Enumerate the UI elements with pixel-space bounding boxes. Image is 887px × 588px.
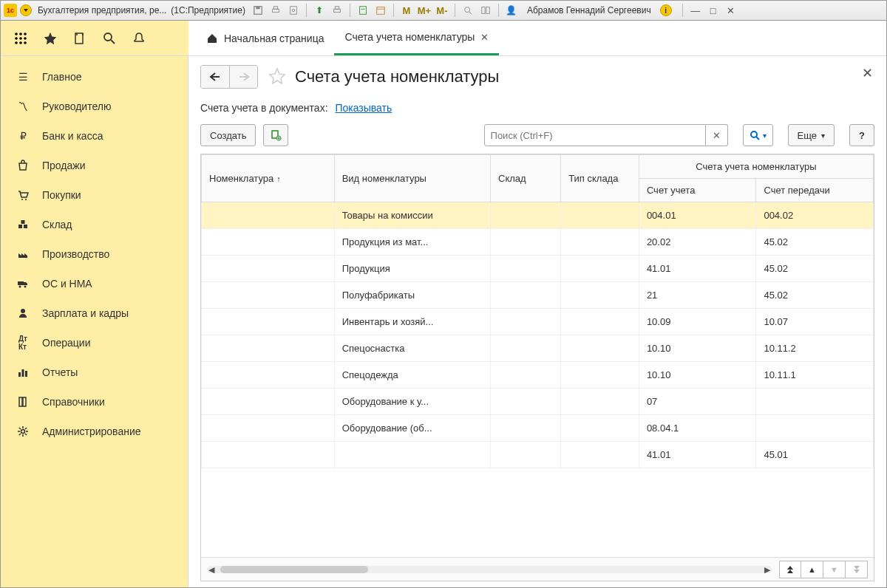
cell-warehouse — [491, 256, 561, 282]
sidebar-item-label: Главное — [42, 71, 82, 83]
page-up-button[interactable]: ▲ — [801, 561, 823, 578]
apps-grid-icon[interactable] — [13, 30, 29, 47]
page-header: Счета учета номенклатуры ✕ — [200, 65, 874, 89]
cell-account: 41.01 — [639, 442, 756, 468]
gear-icon — [14, 425, 32, 438]
sidebar-item-operations[interactable]: ДтКтОперации — [1, 328, 188, 358]
page-down-button[interactable]: ▼ — [823, 561, 846, 578]
table-row[interactable]: Спецоснастка10.1010.11.2 — [202, 335, 874, 362]
help-button[interactable]: ? — [849, 124, 874, 146]
col-nomenclature[interactable]: Номенклатура↑ — [202, 155, 335, 202]
separator — [498, 4, 499, 17]
panels-icon[interactable] — [479, 4, 492, 17]
table-row[interactable]: Продукция из мат...20.0245.02 — [202, 229, 874, 256]
app-menu-dropdown[interactable] — [20, 4, 32, 16]
back-button[interactable] — [201, 66, 229, 88]
page-last-button[interactable] — [846, 561, 868, 578]
table-row[interactable]: Оборудование (об...08.04.1 — [202, 415, 874, 442]
horizontal-scrollbar[interactable]: ◀ ▶ — [207, 566, 772, 573]
search-clear-button[interactable]: ✕ — [706, 124, 728, 146]
table-row[interactable]: Спецодежда10.1010.11.1 — [202, 362, 874, 389]
sidebar-item-hr[interactable]: Зарплата и кадры — [1, 298, 188, 328]
cell-wh_type — [561, 389, 639, 415]
advanced-search-button[interactable]: ▾ — [743, 124, 773, 146]
col-wh-type[interactable]: Тип склада — [561, 155, 639, 202]
cell-type: Продукция — [334, 256, 490, 282]
sidebar-item-manager[interactable]: 〽Руководителю — [1, 92, 188, 121]
sidebar-item-catalogs[interactable]: Справочники — [1, 387, 188, 417]
print-icon[interactable] — [269, 4, 282, 17]
sidebar-item-purchases[interactable]: Покупки — [1, 180, 188, 210]
cell-type: Оборудование (об... — [334, 415, 490, 442]
tab-home[interactable]: Начальная страница — [196, 21, 334, 55]
create-button[interactable]: Создать — [200, 124, 256, 146]
scroll-thumb[interactable] — [220, 566, 368, 573]
minimize-button[interactable]: — — [689, 4, 702, 17]
separator — [393, 4, 394, 17]
sidebar-item-admin[interactable]: Администрирование — [1, 417, 188, 446]
bell-icon[interactable] — [131, 30, 147, 47]
col-type[interactable]: Вид номенклатуры — [334, 155, 490, 202]
sidebar-item-production[interactable]: Производство — [1, 239, 188, 269]
memory-m-button[interactable]: M — [400, 4, 413, 17]
col-transfer[interactable]: Счет передачи — [756, 179, 874, 202]
sidebar-item-reports[interactable]: Отчеты — [1, 358, 188, 387]
search-icon[interactable] — [101, 30, 118, 47]
search-group: ✕ — [484, 124, 728, 146]
sidebar-item-assets[interactable]: ОС и НМА — [1, 269, 188, 298]
bars-icon — [14, 366, 32, 379]
sidebar-item-warehouse[interactable]: Склад — [1, 210, 188, 239]
table-row[interactable]: Оборудование к у...07 — [202, 389, 874, 415]
preview-icon[interactable] — [287, 4, 300, 17]
scroll-left-icon[interactable]: ◀ — [208, 565, 214, 575]
info-icon[interactable]: i — [660, 4, 672, 16]
zoom-icon[interactable] — [461, 4, 475, 17]
table-row[interactable]: Инвентарь и хозяй...10.0910.07 — [202, 309, 874, 335]
sidebar-item-main[interactable]: ☰Главное — [1, 62, 188, 92]
close-window-button[interactable]: ✕ — [724, 4, 738, 17]
print2-icon[interactable] — [330, 4, 344, 17]
copy-button[interactable] — [263, 124, 288, 146]
sidebar-item-label: Склад — [42, 219, 72, 230]
sidebar-item-bank[interactable]: ₽Банк и касса — [1, 121, 188, 151]
memory-mminus-button[interactable]: M- — [435, 4, 449, 17]
cell-transfer: 10.11.2 — [756, 335, 874, 362]
svg-point-45 — [751, 131, 757, 137]
page-title: Счета учета номенклатуры — [295, 67, 499, 86]
upload-icon[interactable]: ⬆ — [313, 4, 326, 17]
forward-button[interactable] — [229, 66, 257, 88]
tabs-bar: Начальная страница Счета учета номенклат… — [188, 21, 886, 56]
table-row[interactable]: Продукция41.0145.02 — [202, 256, 874, 282]
favorite-star-icon[interactable] — [42, 30, 58, 47]
more-button[interactable]: Еще▾ — [788, 124, 835, 146]
filter-link[interactable]: Показывать — [335, 102, 392, 114]
table-row[interactable]: Товары на комиссии004.01004.02 — [202, 202, 874, 229]
svg-line-13 — [469, 12, 472, 15]
col-warehouse[interactable]: Склад — [491, 155, 561, 202]
calendar-icon[interactable] — [374, 4, 387, 17]
page-first-button[interactable] — [779, 561, 801, 578]
tab-home-label: Начальная страница — [224, 33, 324, 44]
tab-close-icon[interactable]: ✕ — [480, 32, 489, 43]
favorite-icon[interactable] — [268, 67, 288, 86]
user-name[interactable]: Абрамов Геннадий Сергеевич — [527, 5, 651, 16]
table-row[interactable]: Полуфабрикаты2145.02 — [202, 282, 874, 309]
cell-warehouse — [491, 309, 561, 335]
maximize-button[interactable]: □ — [707, 4, 720, 17]
save-icon[interactable] — [251, 4, 265, 17]
scroll-right-icon[interactable]: ▶ — [764, 565, 770, 575]
history-icon[interactable] — [72, 30, 88, 47]
col-accounts-group[interactable]: Счета учета номенклатуры — [639, 155, 873, 179]
data-table: Номенклатура↑ Вид номенклатуры Склад Тип… — [200, 154, 874, 581]
memory-mplus-button[interactable]: M+ — [418, 4, 431, 17]
cell-transfer — [756, 389, 874, 415]
col-account[interactable]: Счет учета — [639, 179, 756, 202]
sidebar-item-sales[interactable]: Продажи — [1, 151, 188, 180]
calculator-icon[interactable] — [356, 4, 370, 17]
page-close-button[interactable]: ✕ — [862, 65, 873, 81]
tab-accounts[interactable]: Счета учета номенклатуры ✕ — [334, 21, 499, 55]
cell-account: 41.01 — [639, 256, 756, 282]
search-input[interactable] — [484, 124, 706, 146]
cell-type: Полуфабрикаты — [334, 282, 490, 309]
table-row[interactable]: 41.0145.01 — [202, 442, 874, 468]
